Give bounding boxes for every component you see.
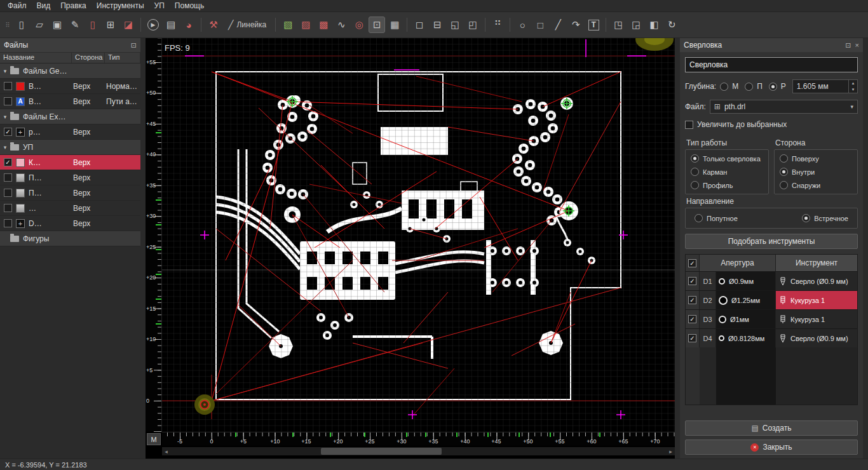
- import-file-button[interactable]: ▯: [85, 17, 101, 33]
- file-group-row[interactable]: Фигуры: [0, 231, 140, 246]
- tool-row[interactable]: ✓ D1 Ø0.9мм Сверло (Ø0.9 мм): [686, 271, 857, 290]
- work-type-option[interactable]: Карман: [691, 168, 763, 176]
- tool-row-checkbox[interactable]: ✓: [688, 296, 696, 304]
- machine-button[interactable]: ⚒: [205, 17, 222, 33]
- menu-nc[interactable]: УП: [149, 1, 170, 11]
- visibility-checkbox[interactable]: [4, 204, 12, 212]
- visibility-checkbox[interactable]: ✓: [4, 128, 12, 136]
- tool-cell[interactable]: Кукуруза 1: [776, 291, 857, 309]
- float-panel-icon[interactable]: ⊡: [131, 41, 137, 50]
- create-button[interactable]: ▤ Создать: [685, 420, 858, 436]
- file-row[interactable]: … Верх: [0, 201, 140, 216]
- spin-down-icon[interactable]: ▾: [852, 86, 855, 93]
- open-file-button[interactable]: ▱: [31, 17, 48, 33]
- pick-tools-button[interactable]: Подобрать инструменты: [685, 234, 858, 249]
- visibility-checkbox[interactable]: ✓: [4, 158, 12, 166]
- column-header-type[interactable]: Тип: [105, 53, 140, 63]
- visibility-checkbox[interactable]: [4, 189, 12, 197]
- tool-cell[interactable]: Сверло (Ø0.9 мм): [776, 272, 857, 290]
- file-row[interactable]: П… Верх: [0, 185, 140, 201]
- radio-climb[interactable]: [695, 214, 703, 222]
- grid-button[interactable]: ▦: [386, 17, 403, 33]
- film-top-button[interactable]: ▧: [280, 17, 296, 33]
- film-stack-button[interactable]: ▩: [315, 17, 332, 33]
- file-group-row[interactable]: ▾ Файлы Ex…: [0, 109, 140, 124]
- direction-option[interactable]: Встречное: [802, 214, 848, 222]
- scrollbar-track[interactable]: [170, 447, 667, 455]
- work-type-option[interactable]: Только сверловка: [691, 154, 763, 163]
- zoom-to-selected-checkbox[interactable]: [685, 121, 693, 129]
- horizontal-scrollbar[interactable]: ◂ ▸: [162, 447, 675, 455]
- file-row[interactable]: D… Верх: [0, 216, 140, 231]
- tool-cell[interactable]: Сверло (Ø0.9 мм): [776, 329, 857, 347]
- file-row-selected[interactable]: ✓ К… Верх: [0, 155, 140, 170]
- depth-radio-r[interactable]: [769, 83, 777, 91]
- combine-button[interactable]: ◧: [646, 17, 662, 33]
- scroll-right-arrow[interactable]: ▸: [667, 448, 675, 455]
- attach-button[interactable]: ◳: [610, 17, 627, 33]
- depth-radio-p[interactable]: [745, 83, 753, 91]
- pcb-canvas[interactable]: FPS: 9 +55 +50 +45 +40 +35 +30 +25 +20 +…: [146, 38, 675, 459]
- statistics-button[interactable]: ◕: [180, 17, 197, 33]
- arc-tool-button[interactable]: ↷: [567, 17, 584, 33]
- zoom-checkbox-row[interactable]: Увеличить до выбранных: [685, 120, 858, 129]
- tool-cell[interactable]: Кукуруза 1: [776, 310, 857, 328]
- visibility-checkbox[interactable]: [4, 173, 12, 182]
- detach-button[interactable]: ◲: [628, 17, 644, 33]
- report-button[interactable]: ▤: [163, 17, 179, 33]
- drill-file-select[interactable]: ⊞ pth.drl ▾: [710, 100, 858, 114]
- circle-tool-button[interactable]: ○: [514, 17, 531, 33]
- tool-row-checkbox[interactable]: ✓: [688, 334, 696, 342]
- operation-name-input[interactable]: [685, 57, 858, 72]
- scroll-left-arrow[interactable]: ◂: [162, 448, 170, 455]
- select-subtract-button[interactable]: ⊟: [429, 17, 445, 33]
- depth-spinbox[interactable]: 1.605 мм ▴ ▾: [792, 79, 858, 93]
- column-header-side[interactable]: Сторона: [72, 53, 105, 63]
- spin-up-icon[interactable]: ▴: [852, 80, 855, 86]
- export-file-button[interactable]: ⊞: [102, 17, 119, 33]
- direction-option[interactable]: Попутное: [695, 214, 738, 222]
- select-all-checkbox[interactable]: ✓: [688, 259, 696, 267]
- menu-tools[interactable]: Инструменты: [92, 1, 149, 11]
- column-header-name[interactable]: Название: [0, 53, 72, 63]
- visibility-checkbox[interactable]: [4, 82, 12, 90]
- float-panel-icon[interactable]: ⊡: [845, 41, 851, 50]
- depth-radio-m[interactable]: [720, 83, 728, 91]
- aperture-column-header[interactable]: Апертура: [700, 255, 776, 271]
- tool-row[interactable]: ✓ D3 Ø1мм Кукуруза 1: [686, 309, 857, 328]
- pad-matrix-button[interactable]: ⠛: [489, 17, 506, 33]
- ruler-button[interactable]: ╱ Линейка: [223, 17, 271, 33]
- file-group-row[interactable]: ▾ Файлы Ge…: [0, 64, 140, 79]
- tool-row-checkbox[interactable]: ✓: [688, 277, 696, 285]
- side-option[interactable]: Снаружи: [780, 181, 852, 189]
- text-tool-button[interactable]: T: [585, 17, 602, 33]
- side-option[interactable]: Поверху: [780, 154, 852, 163]
- menu-help[interactable]: Помощь: [170, 1, 209, 11]
- curve-button[interactable]: ∿: [333, 17, 349, 33]
- work-type-option[interactable]: Профиль: [691, 181, 763, 189]
- tool-row-checkbox[interactable]: ✓: [688, 315, 696, 323]
- file-row[interactable]: В… Верх Норма…: [0, 79, 140, 94]
- toolbar-grip[interactable]: ⠿: [3, 17, 12, 33]
- new-file-button[interactable]: ▯: [13, 17, 30, 33]
- radio-inside[interactable]: [780, 168, 788, 176]
- tool-column-header[interactable]: Инструмент: [776, 255, 857, 271]
- visibility-checkbox[interactable]: [4, 219, 12, 227]
- file-row[interactable]: В… Верх Пути а…: [0, 94, 140, 109]
- expand-arrow-icon[interactable]: ▾: [0, 68, 10, 74]
- expand-arrow-icon[interactable]: ▾: [0, 114, 10, 120]
- refresh-button[interactable]: ↻: [663, 17, 680, 33]
- file-row[interactable]: ✓ р… Верх: [0, 124, 140, 140]
- line-tool-button[interactable]: ╱: [550, 17, 566, 33]
- file-row[interactable]: П… Верх: [0, 170, 140, 185]
- crosshair-frame-button[interactable]: ⊡: [369, 17, 385, 33]
- expand-arrow-icon[interactable]: ▾: [0, 144, 10, 151]
- units-button[interactable]: М: [147, 433, 161, 445]
- menu-view[interactable]: Вид: [32, 1, 56, 11]
- radio-outside[interactable]: [780, 181, 788, 189]
- menu-file[interactable]: Файл: [3, 1, 32, 11]
- drill-holes-button[interactable]: ◎: [351, 17, 367, 33]
- side-option[interactable]: Внутри: [780, 168, 852, 176]
- radio-profile[interactable]: [691, 181, 699, 189]
- close-panel-icon[interactable]: ×: [855, 41, 859, 50]
